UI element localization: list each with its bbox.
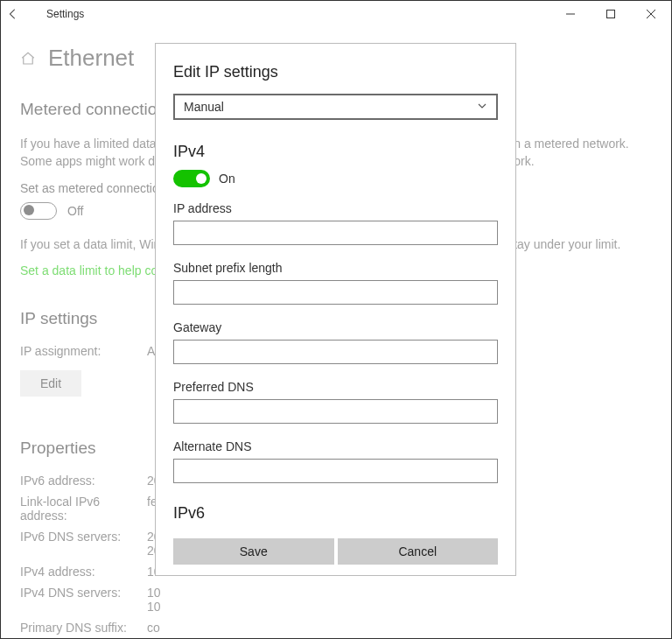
ip-address-input[interactable] <box>173 221 498 245</box>
ip-assignment-label: IP assignment: <box>20 344 147 358</box>
property-key: IPv6 address: <box>20 474 147 488</box>
page-title: Ethernet <box>48 45 134 72</box>
preferred-dns-label: Preferred DNS <box>173 380 498 394</box>
dialog-title: Edit IP settings <box>173 63 498 81</box>
property-row: IPv4 DNS servers:10 10 <box>20 586 652 614</box>
subnet-label: Subnet prefix length <box>173 261 498 275</box>
edit-ip-dialog: Edit IP settings Manual IPv4 On IP addre… <box>155 43 516 576</box>
property-key: IPv6 DNS servers: <box>20 530 147 558</box>
minimize-button[interactable] <box>550 1 591 27</box>
window-controls <box>550 1 671 27</box>
property-value: co <box>147 621 160 635</box>
window-title: Settings <box>46 8 84 20</box>
ipv4-toggle-state: On <box>219 172 235 186</box>
gateway-input[interactable] <box>173 340 498 364</box>
chevron-down-icon <box>477 100 487 114</box>
property-key: Link-local IPv6 address: <box>20 495 147 523</box>
alternate-dns-input[interactable] <box>173 459 498 483</box>
alternate-dns-label: Alternate DNS <box>173 439 498 453</box>
home-icon <box>20 51 36 67</box>
ip-mode-select[interactable]: Manual <box>173 94 498 120</box>
gateway-label: Gateway <box>173 320 498 334</box>
ipv6-heading: IPv6 <box>173 504 498 523</box>
svg-rect-1 <box>607 11 615 18</box>
save-button[interactable]: Save <box>173 538 334 565</box>
property-value: 10 10 <box>147 586 161 614</box>
subnet-input[interactable] <box>173 280 498 305</box>
ipv4-toggle[interactable]: On <box>173 170 498 187</box>
cancel-button[interactable]: Cancel <box>338 538 499 565</box>
back-button[interactable] <box>6 7 20 21</box>
maximize-button[interactable] <box>591 1 631 27</box>
edit-button[interactable]: Edit <box>20 370 81 397</box>
close-button[interactable] <box>631 1 671 27</box>
property-key: Primary DNS suffix: <box>20 621 147 635</box>
ipv4-heading: IPv4 <box>173 143 498 161</box>
property-key: IPv4 address: <box>20 565 147 579</box>
preferred-dns-input[interactable] <box>173 399 498 424</box>
ip-mode-value: Manual <box>184 100 224 114</box>
property-key: IPv4 DNS servers: <box>20 586 147 614</box>
metered-toggle-state: Off <box>67 204 83 218</box>
ip-address-label: IP address <box>173 201 498 215</box>
title-bar: Settings <box>1 1 671 27</box>
property-row: Primary DNS suffix:co <box>20 621 652 635</box>
